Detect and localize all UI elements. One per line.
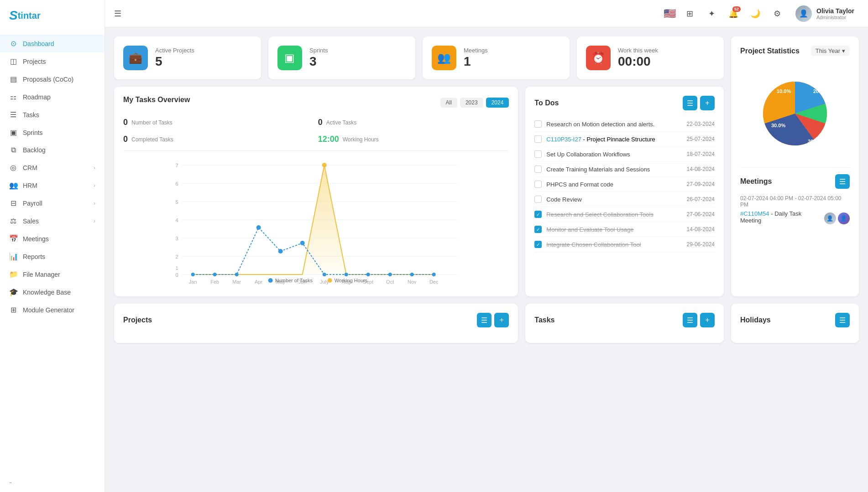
- tasks-list-btn[interactable]: ☰: [683, 313, 697, 327]
- nav-label: Sprints: [23, 129, 43, 136]
- todo-date-6: 27-06-2024: [687, 211, 715, 218]
- svg-text:6: 6: [176, 181, 178, 186]
- active-tasks-value: 0: [318, 118, 323, 127]
- hours-dot-jul: [322, 163, 327, 167]
- sidebar-nav: ⊙ Dashboard ◫ Projects ▤ Proposals (CoCo…: [0, 31, 105, 473]
- svg-text:Oct: Oct: [386, 279, 394, 285]
- sidebar-item-dashboard[interactable]: ⊙ Dashboard: [0, 35, 105, 52]
- nav-label: Projects: [23, 58, 46, 65]
- nav-icon: 📊: [9, 252, 17, 261]
- nav-label: Tasks: [23, 111, 39, 119]
- dark-mode-icon[interactable]: 🌙: [747, 5, 763, 22]
- todo-check-4[interactable]: [534, 181, 542, 188]
- working-hours-value: 12:00: [318, 135, 339, 144]
- todo-text-8: Integrate Chosen Collaboration Tool: [546, 241, 641, 248]
- todo-check-3[interactable]: [534, 166, 542, 173]
- menu-icon[interactable]: ☰: [114, 9, 121, 19]
- nav-label: Reports: [23, 253, 45, 260]
- meeting-avatar-1: 👤: [824, 212, 836, 224]
- settings-icon[interactable]: ⚙: [769, 5, 785, 22]
- nav-label: File Manager: [23, 271, 60, 278]
- sidebar-item-roadmap[interactable]: ⚏ Roadmap: [0, 88, 105, 106]
- task-dot-oct: [388, 273, 392, 276]
- svg-text:1: 1: [176, 265, 178, 271]
- sidebar-item-meetings[interactable]: 📅 Meetings: [0, 230, 105, 248]
- apps-icon[interactable]: ⊞: [681, 5, 698, 22]
- user-role: Administrator: [816, 15, 854, 20]
- todo-check-2[interactable]: [534, 150, 542, 158]
- sidebar-item-projects[interactable]: ◫ Projects: [0, 52, 105, 70]
- flag-icon[interactable]: 🇺🇸: [664, 8, 676, 20]
- todo-check-6[interactable]: ✓: [534, 211, 542, 218]
- nav-arrow: ›: [94, 218, 95, 224]
- meeting-link[interactable]: #C110M54: [740, 210, 769, 217]
- todos-add-btn[interactable]: +: [700, 96, 715, 110]
- svg-text:Apr: Apr: [255, 279, 262, 285]
- sidebar-item-payroll[interactable]: ⊟ Payroll ›: [0, 194, 105, 212]
- svg-text:4: 4: [176, 218, 178, 223]
- sidebar-item-knowledge-base[interactable]: 🎓 Knowledge Base: [0, 283, 105, 301]
- tasks-bottom-header: Tasks ☰ +: [534, 313, 715, 327]
- projects-add-btn[interactable]: +: [494, 313, 509, 327]
- todo-link-1[interactable]: C110P35-I27: [546, 136, 581, 143]
- active-tasks-label: Active Tasks: [326, 119, 356, 126]
- sidebar-item-sales[interactable]: ⚖ Sales ›: [0, 212, 105, 230]
- todo-check-1[interactable]: [534, 135, 542, 143]
- nav-label: Backlog: [23, 146, 46, 154]
- todos-list-btn[interactable]: ☰: [683, 96, 697, 110]
- todo-item-5: Code Review 26-07-2024: [534, 192, 715, 207]
- sidebar-item-proposals-coco-[interactable]: ▤ Proposals (CoCo): [0, 70, 105, 88]
- todo-check-8[interactable]: ✓: [534, 241, 542, 248]
- stat-label-0: Active Projects: [155, 47, 194, 55]
- stat-active-tasks: 0 Active Tasks: [318, 116, 509, 129]
- todo-text-2: Set Up Collaboration Workflows: [546, 151, 630, 158]
- tasks-stats-row: 0 Number of Tasks 0 Active Tasks 0 Compl…: [123, 116, 509, 151]
- sidebar-item-hrm[interactable]: 👥 HRM ›: [0, 176, 105, 194]
- sidebar-item-file-manager[interactable]: 📁 File Manager: [0, 265, 105, 283]
- nav-label: Module Generator: [23, 306, 74, 314]
- holidays-list-btn[interactable]: ☰: [835, 313, 850, 327]
- holidays-panel: Holidays ☰: [731, 304, 859, 343]
- logo-text: tintar: [18, 10, 41, 21]
- stat-card-3: ⏰ Work this week 00:00: [577, 36, 724, 79]
- sidebar-item-module-generator[interactable]: ⊞ Module Generator: [0, 301, 105, 319]
- year-selector[interactable]: This Year ▾: [811, 46, 850, 56]
- sidebar-item-sprints[interactable]: ▣ Sprints: [0, 124, 105, 141]
- todos-panel: To Dos ☰ + Research on Motion detection …: [525, 87, 724, 296]
- filter-2023[interactable]: 2023: [460, 98, 483, 108]
- todo-check-5[interactable]: [534, 196, 542, 203]
- meetings-list-btn[interactable]: ☰: [835, 174, 850, 189]
- task-dot-jun: [300, 241, 305, 245]
- task-dot-may: [278, 249, 283, 254]
- filter-all[interactable]: All: [440, 98, 457, 108]
- sidebar-item-tasks[interactable]: ☰ Tasks: [0, 106, 105, 124]
- projects-list-btn[interactable]: ☰: [477, 313, 492, 327]
- nav-arrow: ›: [94, 182, 95, 189]
- user-profile[interactable]: 👤 Olivia Taylor Administrator: [791, 4, 859, 24]
- sidebar-item-crm[interactable]: ◎ CRM ›: [0, 159, 105, 176]
- tasks-add-btn[interactable]: +: [700, 313, 715, 327]
- todo-check-7[interactable]: ✓: [534, 226, 542, 233]
- legend-hours-label: Working Hours: [335, 278, 368, 283]
- nav-label: Roadmap: [23, 93, 51, 101]
- todo-check-0[interactable]: [534, 120, 542, 128]
- pie-label-darkblue: 30.0%: [771, 123, 785, 128]
- add-icon[interactable]: ✦: [703, 5, 720, 22]
- sidebar-item-reports[interactable]: 📊 Reports: [0, 248, 105, 265]
- user-name: Olivia Taylor: [816, 7, 854, 15]
- project-stats-header: Project Statistics This Year ▾: [740, 46, 850, 56]
- nav-label: Sales: [23, 218, 39, 225]
- notification-icon[interactable]: 🔔 52: [725, 5, 742, 22]
- meeting-avatar-2: 👤: [838, 212, 850, 224]
- tasks-bottom-panel: Tasks ☰ +: [525, 304, 724, 343]
- nav-icon: ⚏: [9, 93, 17, 101]
- filter-2024[interactable]: 2024: [486, 98, 509, 108]
- nav-icon: ◎: [9, 163, 17, 172]
- logo-s: S: [9, 8, 18, 23]
- stat-icon-3: ⏰: [586, 46, 611, 70]
- sidebar-item-backlog[interactable]: ⧉ Backlog: [0, 141, 105, 159]
- task-dot-nov: [410, 273, 414, 276]
- svg-text:Dec: Dec: [429, 279, 439, 285]
- working-hours-label: Working Hours: [343, 136, 379, 143]
- task-dot-jul: [323, 273, 326, 276]
